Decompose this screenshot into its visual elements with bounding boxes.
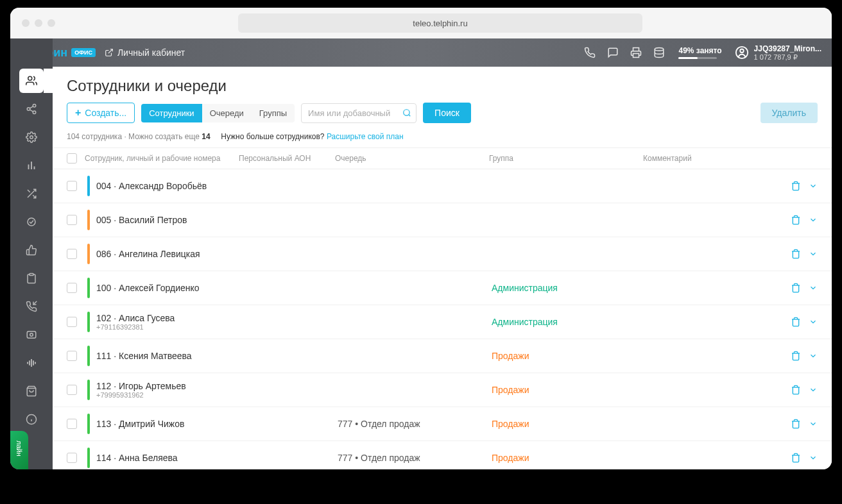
row-checkbox[interactable] [67,317,77,327]
row-checkbox[interactable] [67,453,77,463]
table-header: Сотрудник, личный и рабочие номера Персо… [53,147,832,169]
row-phone: +79116392381 [96,323,241,331]
tab-groups[interactable]: Группы [252,104,295,122]
trash-icon[interactable] [791,419,801,429]
svg-point-18 [28,218,35,226]
cabinet-link[interactable]: Личный кабинет [105,47,185,58]
search-button[interactable]: Поиск [423,103,471,123]
chevron-down-icon[interactable] [809,351,818,360]
sidebar-item-missed[interactable] [19,294,44,319]
sidebar-item-target[interactable] [19,210,44,234]
delete-button[interactable]: Удалить [760,103,818,123]
svg-line-10 [30,106,33,108]
search-input[interactable] [301,103,417,123]
svg-line-20 [33,301,37,305]
row-checkbox[interactable] [67,351,77,361]
tab-employees[interactable]: Сотрудники [141,104,202,122]
table-row[interactable]: 112 · Игорь Артемьев+79995931962Продажи [53,373,832,407]
table-row[interactable]: 113 · Дмитрий Чижов777 • Отдел продажПро… [53,407,832,441]
tab-segment: Сотрудники Очереди Группы [141,104,295,122]
share-icon [26,103,37,115]
row-queue: 777 • Отдел продаж [338,453,492,463]
online-tab[interactable]: лайн [10,431,28,469]
header-checkbox[interactable] [67,153,77,164]
trash-icon[interactable] [791,249,801,259]
chevron-down-icon[interactable] [809,249,818,258]
row-group: Продажи [492,351,646,361]
chevron-down-icon[interactable] [809,385,818,394]
target-icon [26,216,37,228]
status-bar [87,176,90,196]
expand-plan-link[interactable]: Расширьте свой план [327,132,404,141]
meta-remaining: 14 [202,132,210,141]
sidebar-item-settings[interactable] [19,125,44,149]
chevron-down-icon[interactable] [809,317,818,326]
col-name: Сотрудник, личный и рабочие номера [85,154,239,163]
chat-icon[interactable] [601,41,624,64]
row-checkbox[interactable] [67,283,77,293]
call-icon[interactable] [578,41,601,64]
svg-point-4 [740,49,744,53]
print-icon[interactable] [624,41,648,64]
table-row[interactable]: 004 · Александр Воробьёв [53,169,832,203]
table-row[interactable]: 102 · Алиса Гусева+79116392381Администра… [53,305,832,339]
status-bar [87,210,90,230]
traffic-min[interactable] [35,19,42,27]
table-row[interactable]: 100 · Алексей ГордиенкоАдминистрация [53,271,832,305]
status-bar [87,312,90,332]
sidebar-item-clipboard[interactable] [19,266,44,290]
trash-icon[interactable] [791,385,801,395]
sidebar-item-employees[interactable] [19,69,44,93]
chevron-down-icon[interactable] [809,283,818,292]
chevron-down-icon[interactable] [809,181,818,190]
trash-icon[interactable] [791,453,801,463]
row-checkbox[interactable] [67,249,77,259]
svg-rect-19 [30,274,33,276]
sidebar-item-info[interactable] [19,407,44,432]
info-icon [26,414,37,425]
svg-rect-21 [27,332,36,339]
table-row[interactable]: 005 · Василий Петров [53,203,832,237]
row-checkbox[interactable] [67,181,77,191]
row-checkbox[interactable] [67,385,77,395]
col-comment: Комментарий [643,154,773,163]
svg-line-0 [108,49,112,53]
traffic-max[interactable] [47,19,55,27]
row-queue: 777 • Отдел продаж [338,419,492,429]
chevron-down-icon[interactable] [809,419,818,428]
trash-icon[interactable] [791,181,801,191]
sidebar-item-rating[interactable] [19,238,44,262]
account-widget[interactable]: JJQ39287_Miron... 1 072 787,9 ₽ [735,44,821,62]
row-group: Администрация [492,283,646,293]
sidebar-item-records[interactable] [19,323,44,347]
sidebar-item-reports[interactable] [19,153,44,178]
row-checkbox[interactable] [67,419,77,429]
row-checkbox[interactable] [67,215,77,225]
chevron-down-icon[interactable] [809,453,818,462]
logo-badge: ОФИС [71,48,96,57]
sidebar-item-shuffle[interactable] [19,181,44,206]
svg-point-22 [30,333,33,337]
row-group: Продажи [492,453,646,463]
row-name: 102 · Алиса Гусева [96,313,241,323]
trash-icon[interactable] [791,283,801,293]
traffic-close[interactable] [22,19,30,27]
trash-icon[interactable] [791,317,801,327]
chevron-down-icon[interactable] [809,215,818,224]
topbar: Телфин ОФИС Личный кабинет 49% занято JJ… [10,38,832,67]
url-bar[interactable]: teleo.telphin.ru [238,13,642,33]
account-balance: 1 072 787,9 ₽ [754,53,821,62]
col-queue: Очередь [335,154,489,163]
sidebar-item-audio[interactable] [19,351,44,375]
tab-queues[interactable]: Очереди [202,104,252,122]
table-row[interactable]: 111 · Ксения МатвееваПродажи [53,339,832,373]
table-row[interactable]: 086 · Ангелина Левицкая [53,237,832,271]
create-label: Создать... [85,108,126,118]
trash-icon[interactable] [791,351,801,361]
create-button[interactable]: + Создать... [67,103,135,123]
table-row[interactable]: 114 · Анна Беляева777 • Отдел продажПрод… [53,441,832,469]
trash-icon[interactable] [791,215,801,225]
sidebar-item-archive[interactable] [19,379,44,403]
database-icon[interactable] [648,41,671,64]
sidebar-item-topology[interactable] [19,97,44,121]
